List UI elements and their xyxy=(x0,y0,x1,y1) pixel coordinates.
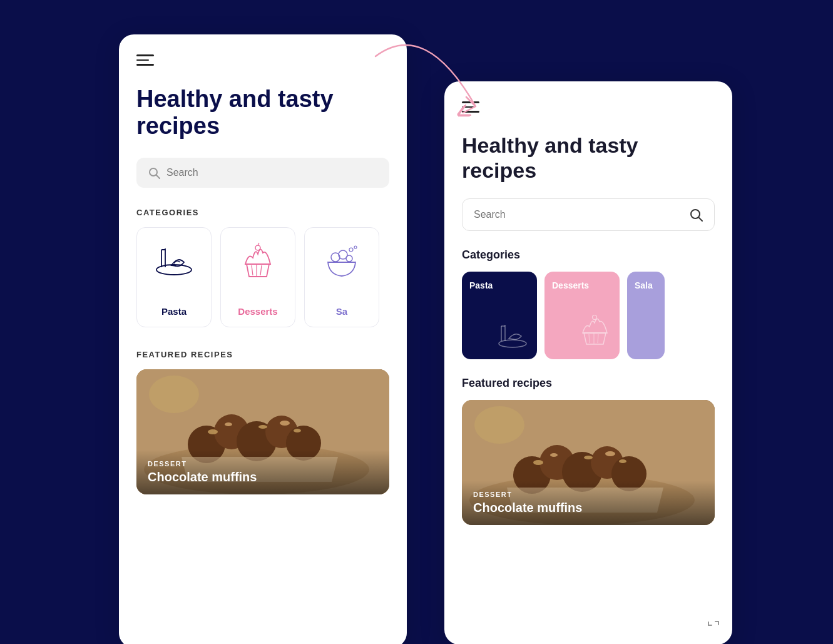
svg-point-15 xyxy=(354,246,357,248)
recipe-overlay-left: DESSERT Chocolate muffins xyxy=(136,450,389,494)
svg-point-24 xyxy=(225,422,232,426)
hamburger-menu-left[interactable] xyxy=(136,54,154,66)
categories-label-left: CATEGORIES xyxy=(136,208,389,217)
svg-point-14 xyxy=(349,248,353,252)
svg-point-0 xyxy=(150,168,157,176)
desserts-label-right: Desserts xyxy=(552,280,589,290)
recipe-name-right: Chocolate muffins xyxy=(473,501,703,515)
left-card: Healthy and tasty recipes CATEGORIES xyxy=(119,34,407,644)
category-desserts-right[interactable]: Desserts xyxy=(544,272,620,359)
svg-point-37 xyxy=(593,315,597,320)
featured-label-right: Featured recipes xyxy=(462,377,715,390)
page-title-right: Healthy and tasty recipes xyxy=(462,133,715,184)
svg-point-46 xyxy=(550,453,558,457)
pasta-icon-right xyxy=(495,321,529,352)
category-pasta-right[interactable]: Pasta xyxy=(462,272,537,359)
svg-line-34 xyxy=(589,334,590,343)
svg-point-49 xyxy=(619,459,626,463)
svg-line-1 xyxy=(156,175,160,178)
right-card: Healthy and tasty recipes Categories Pas… xyxy=(444,81,732,644)
svg-point-26 xyxy=(280,421,290,426)
category-desserts-left[interactable]: Desserts xyxy=(220,227,295,327)
pasta-icon xyxy=(152,239,196,283)
categories-label-right: Categories xyxy=(462,248,715,262)
category-salad-left[interactable]: Sa xyxy=(304,227,379,327)
svg-line-8 xyxy=(260,265,262,275)
dessert-icon-left xyxy=(236,239,280,283)
svg-line-6 xyxy=(252,265,253,275)
recipe-category-right: DESSERT xyxy=(473,491,703,498)
category-pasta-left[interactable]: Pasta xyxy=(136,227,212,327)
desserts-label-left: Desserts xyxy=(238,306,277,317)
expand-icon[interactable] xyxy=(705,615,722,635)
dessert-icon-right xyxy=(578,312,612,352)
hamburger-menu-right[interactable] xyxy=(462,101,479,113)
svg-point-48 xyxy=(605,451,615,456)
recipe-category-left: DESSERT xyxy=(148,460,378,468)
svg-point-28 xyxy=(691,210,700,218)
pasta-label-left: Pasta xyxy=(161,306,187,317)
salad-icon-left xyxy=(320,239,364,283)
search-input-left[interactable] xyxy=(166,167,378,178)
salad-label-right: Sala xyxy=(635,280,653,290)
featured-label-left: FEATURED RECIPES xyxy=(136,350,389,359)
svg-point-45 xyxy=(533,460,543,465)
search-bar-left[interactable] xyxy=(136,158,389,188)
salad-label-left: Sa xyxy=(336,306,347,317)
search-bar-right[interactable] xyxy=(462,198,715,231)
svg-point-13 xyxy=(346,255,352,262)
recipe-card-left[interactable]: DESSERT Chocolate muffins xyxy=(136,369,389,494)
categories-list-right: Pasta Desserts xyxy=(462,272,715,359)
recipe-name-left: Chocolate muffins xyxy=(148,470,378,484)
categories-list-left: Pasta Desserts xyxy=(136,227,389,327)
svg-point-9 xyxy=(255,245,260,250)
svg-line-36 xyxy=(598,334,598,343)
svg-point-23 xyxy=(208,429,218,434)
search-icon-left xyxy=(148,166,160,179)
pasta-label-right: Pasta xyxy=(469,280,493,290)
recipe-card-right[interactable]: DESSERT Chocolate muffins xyxy=(462,400,715,525)
page-title-left: Healthy and tasty recipes xyxy=(136,86,389,140)
search-icon-right xyxy=(689,208,703,222)
search-input-right[interactable] xyxy=(474,209,683,220)
svg-point-47 xyxy=(584,456,593,459)
svg-line-29 xyxy=(699,218,702,221)
recipe-overlay-right: DESSERT Chocolate muffins xyxy=(462,481,715,525)
svg-point-30 xyxy=(499,340,526,347)
category-salad-right[interactable]: Sala xyxy=(627,272,665,359)
svg-point-25 xyxy=(258,425,267,429)
svg-point-27 xyxy=(294,429,301,432)
